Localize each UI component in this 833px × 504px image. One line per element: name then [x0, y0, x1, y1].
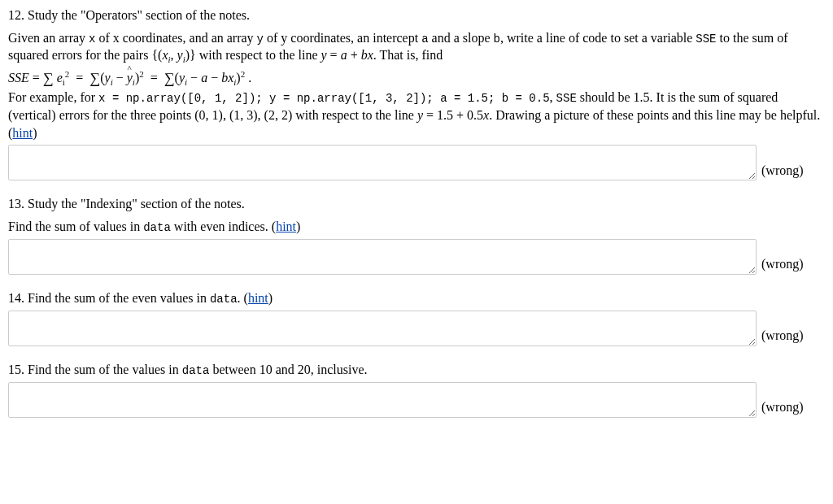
- q13-hint-link[interactable]: hint: [276, 219, 296, 233]
- q14-status: (wrong): [761, 327, 804, 346]
- q15-status: (wrong): [761, 398, 804, 418]
- question-15: 15. Find the sum of the values in data b…: [8, 361, 825, 418]
- q12-answer-row: (wrong): [8, 145, 825, 180]
- q12-formula: SSE = ∑ ei2 = ∑(yi − yi)2 = ∑(yi − a − b…: [8, 67, 825, 87]
- q12-paragraph-2: For example, for x = np.array([0, 1, 2])…: [8, 89, 825, 141]
- q13-answer-input[interactable]: [8, 239, 757, 275]
- q13-number: 13.: [8, 197, 24, 211]
- q14-answer-row: (wrong): [8, 311, 825, 346]
- q12-title: Study the "Operators" section of the not…: [28, 8, 250, 22]
- q14-hint-link[interactable]: hint: [248, 291, 268, 305]
- q13-status: (wrong): [761, 255, 804, 275]
- q12-paragraph-1: Given an array x of x coordinates, and a…: [8, 29, 825, 64]
- q12-number: 12.: [8, 8, 24, 22]
- q14-answer-input[interactable]: [8, 311, 757, 346]
- q14-paragraph: 14. Find the sum of the even values in d…: [8, 289, 825, 307]
- q12-heading: 12. Study the "Operators" section of the…: [8, 7, 825, 24]
- question-12: 12. Study the "Operators" section of the…: [8, 7, 825, 180]
- q12-hint-link[interactable]: hint: [12, 126, 33, 140]
- q15-answer-row: (wrong): [8, 382, 825, 418]
- q13-title: Study the "Indexing" section of the note…: [28, 197, 245, 211]
- q13-paragraph: Find the sum of values in data with even…: [8, 218, 825, 236]
- q14-number: 14.: [8, 291, 24, 305]
- question-13: 13. Study the "Indexing" section of the …: [8, 195, 825, 274]
- q15-number: 15.: [8, 363, 24, 376]
- q13-heading: 13. Study the "Indexing" section of the …: [8, 195, 825, 213]
- q12-status: (wrong): [761, 162, 804, 181]
- q12-answer-input[interactable]: [8, 145, 757, 180]
- question-14: 14. Find the sum of the even values in d…: [8, 289, 825, 346]
- q15-answer-input[interactable]: [8, 382, 757, 418]
- q13-answer-row: (wrong): [8, 239, 825, 275]
- q15-paragraph: 15. Find the sum of the values in data b…: [8, 361, 825, 379]
